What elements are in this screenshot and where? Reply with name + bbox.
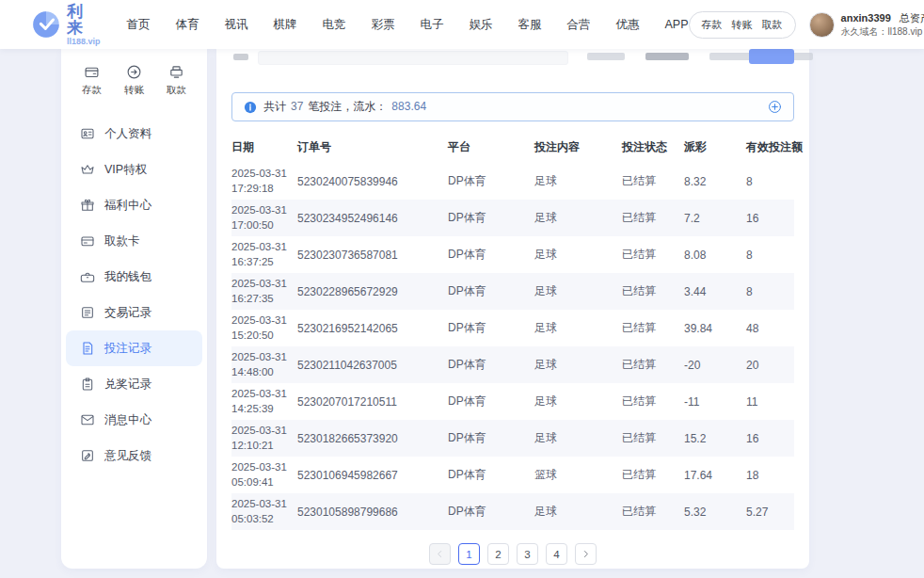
sidebar-item-取款卡[interactable]: 取款卡 <box>66 223 202 259</box>
sidebar-item-意见反馈[interactable]: 意见反馈 <box>66 438 202 474</box>
sidebar-item-福利中心[interactable]: 福利中心 <box>66 187 202 223</box>
pill-button-取款[interactable]: 取款 <box>762 18 783 32</box>
nav-item-优惠[interactable]: 优惠 <box>616 17 640 33</box>
cell-order: 5230228965672929 <box>297 273 448 310</box>
sidebar-item-label: 取款卡 <box>104 233 140 249</box>
pagination: 1234 <box>231 543 794 565</box>
pagination-page-3[interactable]: 3 <box>517 543 538 565</box>
sidebar-item-兑奖记录[interactable]: 兑奖记录 <box>66 366 202 402</box>
bet-records-table: 日期订单号平台投注内容投注状态派彩有效投注额 2025-03-3117:29:1… <box>231 131 794 530</box>
nav-item-娱乐[interactable]: 娱乐 <box>470 17 493 33</box>
filter-query-button[interactable] <box>749 49 794 64</box>
pagination-page-2[interactable]: 2 <box>487 543 509 565</box>
sidebar-item-VIP特权[interactable]: VIP特权 <box>66 152 202 187</box>
column-header-投注状态: 投注状态 <box>622 131 684 163</box>
sidebar-item-投注记录[interactable]: 投注记录 <box>66 330 202 366</box>
transfer-icon <box>126 64 142 80</box>
pill-button-转账[interactable]: 转账 <box>732 18 753 32</box>
filter-label-cutoff <box>233 54 248 60</box>
site-logo[interactable]: 利 来 ll188.vip <box>32 4 101 46</box>
nav-item-棋牌[interactable]: 棋牌 <box>274 17 297 33</box>
sidebar-menu: 个人资料VIP特权福利中心取款卡我的钱包交易记录投注记录兑奖记录消息中心意见反馈 <box>61 116 207 474</box>
chevron-right-icon <box>581 549 591 559</box>
pagination-prev[interactable] <box>429 543 451 565</box>
cell-payout: -11 <box>684 383 746 420</box>
nav-item-视讯[interactable]: 视讯 <box>225 17 248 33</box>
filter-option[interactable] <box>587 53 625 60</box>
cell-payout: 5.32 <box>684 493 746 530</box>
nav-item-体育[interactable]: 体育 <box>176 17 199 33</box>
cell-payout: 8.32 <box>684 163 746 200</box>
filter-date-input[interactable] <box>258 51 568 65</box>
nav-item-APP[interactable]: APP <box>665 18 689 31</box>
cell-platform: DP体育 <box>448 200 534 236</box>
plus-circle-icon[interactable] <box>768 100 782 114</box>
summary-prefix: 共计 <box>263 99 286 115</box>
nav-item-电竞[interactable]: 电竞 <box>323 17 346 33</box>
cell-platform: DP体育 <box>448 346 534 383</box>
pagination-next[interactable] <box>575 543 597 565</box>
sidebar-item-label: 福利中心 <box>104 198 151 214</box>
logo-icon <box>32 10 60 39</box>
table-row: 2025-03-3114:25:395230207017210511DP体育足球… <box>231 383 794 420</box>
nav-item-电子[interactable]: 电子 <box>421 17 444 33</box>
cell-valid: 16 <box>746 200 794 236</box>
nav-item-合营[interactable]: 合营 <box>567 17 591 33</box>
sidebar-item-label: 投注记录 <box>104 341 151 357</box>
cell-status: 已结算 <box>622 273 684 310</box>
sidebar-item-label: 我的钱包 <box>104 269 151 285</box>
cell-content: 足球 <box>534 310 622 346</box>
pagination-page-4[interactable]: 4 <box>546 543 567 565</box>
column-header-派彩: 派彩 <box>684 131 746 163</box>
column-header-订单号: 订单号 <box>297 131 448 163</box>
nav-item-彩票[interactable]: 彩票 <box>372 17 395 33</box>
cell-content: 篮球 <box>534 457 622 493</box>
cell-platform: DP体育 <box>448 457 534 493</box>
summary-middle: 笔投注，流水： <box>308 99 387 115</box>
main-nav: 首页体育视讯棋牌电竞彩票电子娱乐客服合营优惠APP <box>127 17 689 33</box>
logo-subtitle: ll188.vip <box>67 38 101 46</box>
table-row: 2025-03-3105:03:525230105898799686DP体育足球… <box>231 493 794 530</box>
cell-date: 2025-03-3114:48:00 <box>231 346 297 383</box>
cell-status: 已结算 <box>622 163 684 200</box>
cell-platform: DP体育 <box>448 236 534 273</box>
cell-content: 足球 <box>534 383 622 420</box>
assets: 总资产：1363.49元 <box>900 11 924 25</box>
cell-status: 已结算 <box>622 383 684 420</box>
feedback-icon <box>80 448 95 463</box>
quick-action-label: 取款 <box>167 84 186 97</box>
column-header-日期: 日期 <box>231 131 297 163</box>
sidebar-item-消息中心[interactable]: 消息中心 <box>66 402 202 438</box>
quick-action-取款[interactable]: 取款 <box>167 64 186 97</box>
pill-button-存款[interactable]: 存款 <box>702 18 723 32</box>
cell-status: 已结算 <box>622 346 684 383</box>
cell-status: 已结算 <box>622 310 684 346</box>
sidebar-item-交易记录[interactable]: 交易记录 <box>66 295 202 330</box>
pagination-page-1[interactable]: 1 <box>458 543 480 565</box>
withdraw-icon <box>168 64 184 80</box>
nav-item-客服[interactable]: 客服 <box>518 17 542 33</box>
sidebar-item-个人资料[interactable]: 个人资料 <box>66 116 202 152</box>
cell-status: 已结算 <box>622 200 684 236</box>
table-row: 2025-03-3117:00:505230234952496146DP体育足球… <box>231 200 794 236</box>
cell-content: 足球 <box>534 420 622 457</box>
avatar[interactable] <box>809 12 835 38</box>
nav-item-首页[interactable]: 首页 <box>127 17 151 33</box>
cell-platform: DP体育 <box>448 163 534 200</box>
logo-title: 利 来 <box>67 4 101 36</box>
column-header-投注内容: 投注内容 <box>534 131 622 163</box>
sidebar-item-我的钱包[interactable]: 我的钱包 <box>66 259 202 295</box>
profile-icon <box>80 126 95 141</box>
cell-platform: DP体育 <box>448 420 534 457</box>
cell-order: 5230230736587081 <box>297 236 448 273</box>
sidebar-item-label: VIP特权 <box>104 162 147 178</box>
cell-valid: 5.27 <box>746 493 794 530</box>
quick-action-转账[interactable]: 转账 <box>124 64 144 97</box>
messages-icon <box>80 412 95 427</box>
cell-order: 5230216952142065 <box>297 310 448 346</box>
username: anxin3399 <box>841 11 891 25</box>
cell-content: 足球 <box>534 163 622 200</box>
column-header-有效投注额: 有效投注额 <box>746 131 794 163</box>
quick-action-存款[interactable]: 存款 <box>82 64 102 97</box>
filter-option[interactable] <box>645 53 689 60</box>
